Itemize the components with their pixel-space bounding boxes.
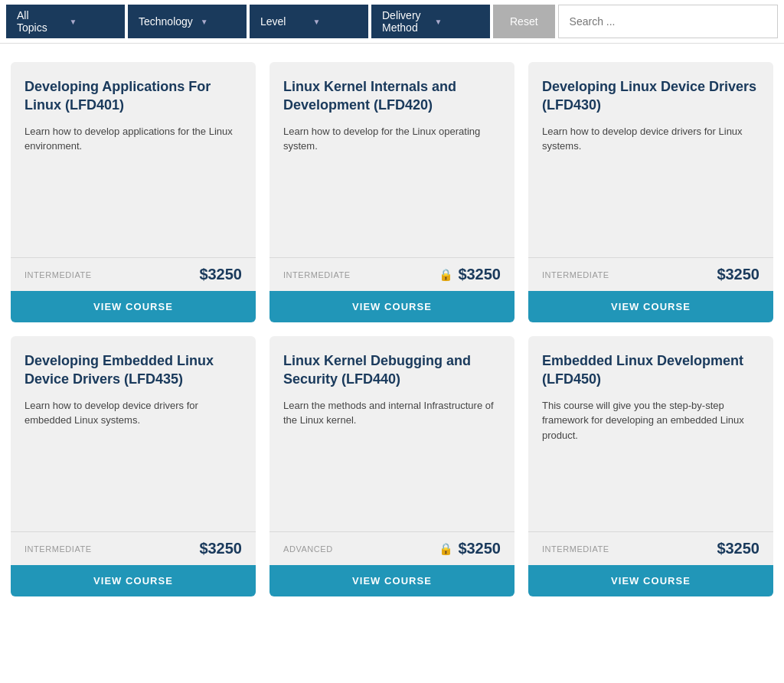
card-level: INTERMEDIATE xyxy=(24,270,92,279)
card-footer: ADVANCED 🔒 $3250 xyxy=(270,531,514,565)
card-footer: INTERMEDIATE $3250 xyxy=(11,257,256,291)
card-footer: INTERMEDIATE 🔒 $3250 xyxy=(270,257,514,291)
view-course-button[interactable]: VIEW COURSE xyxy=(11,291,256,322)
card-description: This course will give you the step-by-st… xyxy=(542,398,760,443)
topics-label: All Topics xyxy=(17,9,62,34)
card-price-area: $3250 xyxy=(199,540,242,557)
card-body: Developing Embedded Linux Device Drivers… xyxy=(11,336,256,531)
card-body: Embedded Linux Development (LFD450) This… xyxy=(528,336,773,531)
technology-dropdown[interactable]: Technology ▼ xyxy=(128,5,247,38)
view-course-button[interactable]: VIEW COURSE xyxy=(11,565,256,596)
card-description: Learn how to develop for the Linux opera… xyxy=(283,124,501,154)
card-body: Developing Linux Device Drivers (LFD430)… xyxy=(528,62,773,257)
technology-arrow: ▼ xyxy=(201,18,236,26)
level-dropdown[interactable]: Level ▼ xyxy=(250,5,368,38)
course-card: Developing Linux Device Drivers (LFD430)… xyxy=(528,62,773,322)
topics-arrow: ▼ xyxy=(70,18,115,26)
delivery-arrow: ▼ xyxy=(435,18,480,26)
card-description: Learn how to develop device drivers for … xyxy=(542,124,760,154)
card-title: Embedded Linux Development (LFD450) xyxy=(542,351,760,389)
level-label: Level xyxy=(260,15,305,28)
card-level: INTERMEDIATE xyxy=(283,270,351,279)
course-card: Linux Kernel Debugging and Security (LFD… xyxy=(270,336,514,596)
technology-label: Technology xyxy=(139,15,193,28)
card-price: $3250 xyxy=(717,266,760,283)
card-description: Learn how to develop device drivers for … xyxy=(24,398,242,428)
courses-grid: Developing Applications For Linux (LFD40… xyxy=(0,44,784,615)
reset-button[interactable]: Reset xyxy=(493,5,555,38)
card-price-area: 🔒 $3250 xyxy=(439,540,501,557)
card-level: INTERMEDIATE xyxy=(542,270,609,279)
card-description: Learn the methods and internal Infrastru… xyxy=(283,398,501,428)
card-price-area: $3250 xyxy=(199,266,242,283)
delivery-label: Delivery Method xyxy=(382,9,427,34)
view-course-button[interactable]: VIEW COURSE xyxy=(528,291,773,322)
card-title: Developing Applications For Linux (LFD40… xyxy=(24,77,242,115)
card-level: INTERMEDIATE xyxy=(542,544,609,554)
lock-icon: 🔒 xyxy=(439,542,453,556)
card-title: Linux Kernel Internals and Development (… xyxy=(283,77,501,115)
lock-icon: 🔒 xyxy=(439,268,453,282)
card-price-area: $3250 xyxy=(717,540,760,557)
card-level: INTERMEDIATE xyxy=(24,544,92,554)
card-body: Developing Applications For Linux (LFD40… xyxy=(11,62,256,257)
card-footer: INTERMEDIATE $3250 xyxy=(11,531,256,565)
card-title: Developing Linux Device Drivers (LFD430) xyxy=(542,77,760,115)
level-arrow: ▼ xyxy=(313,18,358,26)
card-level: ADVANCED xyxy=(283,544,333,554)
card-footer: INTERMEDIATE $3250 xyxy=(528,531,773,565)
view-course-button[interactable]: VIEW COURSE xyxy=(528,565,773,596)
view-course-button[interactable]: VIEW COURSE xyxy=(270,291,514,322)
view-course-button[interactable]: VIEW COURSE xyxy=(270,565,514,596)
card-price: $3250 xyxy=(199,266,242,283)
card-price: $3250 xyxy=(458,266,501,283)
card-description: Learn how to develop applications for th… xyxy=(24,124,242,154)
search-input[interactable] xyxy=(558,5,778,38)
card-price: $3250 xyxy=(199,540,242,557)
card-price: $3250 xyxy=(717,540,760,557)
filter-bar: All Topics ▼ Technology ▼ Level ▼ Delive… xyxy=(0,0,784,44)
card-price: $3250 xyxy=(458,540,501,557)
card-body: Linux Kernel Debugging and Security (LFD… xyxy=(270,336,514,531)
card-price-area: $3250 xyxy=(717,266,760,283)
card-price-area: 🔒 $3250 xyxy=(439,266,501,283)
course-card: Developing Applications For Linux (LFD40… xyxy=(11,62,256,322)
course-card: Embedded Linux Development (LFD450) This… xyxy=(528,336,773,596)
delivery-dropdown[interactable]: Delivery Method ▼ xyxy=(371,5,490,38)
card-body: Linux Kernel Internals and Development (… xyxy=(270,62,514,257)
course-card: Developing Embedded Linux Device Drivers… xyxy=(11,336,256,596)
card-title: Linux Kernel Debugging and Security (LFD… xyxy=(283,351,501,389)
card-footer: INTERMEDIATE $3250 xyxy=(528,257,773,291)
card-title: Developing Embedded Linux Device Drivers… xyxy=(24,351,242,389)
course-card: Linux Kernel Internals and Development (… xyxy=(270,62,514,322)
topics-dropdown[interactable]: All Topics ▼ xyxy=(6,5,125,38)
